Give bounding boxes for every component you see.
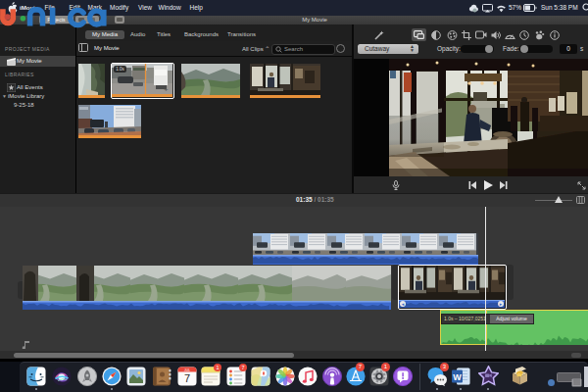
svg-text:7: 7 — [184, 372, 190, 384]
svg-text:W: W — [453, 372, 462, 382]
svg-text:JUL: JUL — [184, 368, 190, 372]
